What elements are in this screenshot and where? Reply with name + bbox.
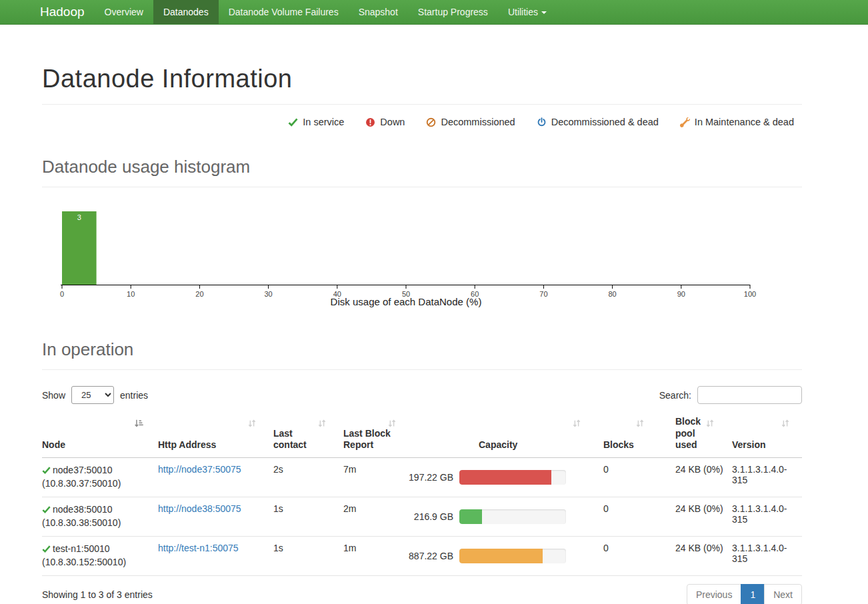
x-tick-label: 80 xyxy=(608,290,616,298)
legend-item-in-service: In service xyxy=(288,117,344,127)
capacity-bar xyxy=(459,549,566,563)
column-label: Http Address xyxy=(158,439,216,451)
search-control: Search: xyxy=(659,386,802,404)
wrench-icon xyxy=(680,117,690,127)
x-tick-label: 70 xyxy=(539,290,547,298)
check-icon xyxy=(288,117,298,127)
table-body: node37:50010(10.8.30.37:50010)http://nod… xyxy=(42,458,802,576)
column-header-last-contact[interactable]: Last contact xyxy=(269,416,339,457)
column-header-http-address[interactable]: Http Address xyxy=(155,416,269,457)
blocks-cell: 0 xyxy=(593,497,657,536)
exclamation-circle-icon xyxy=(365,117,375,127)
page-length-select[interactable]: 25 xyxy=(71,386,114,404)
column-header-capacity[interactable]: Capacity xyxy=(409,416,593,457)
sort-both-icon xyxy=(387,419,397,431)
check-icon xyxy=(42,545,51,553)
nav-item-utilities[interactable]: Utilities xyxy=(498,0,557,24)
capacity-bar xyxy=(459,470,566,485)
legend-label: Decommissioned xyxy=(441,117,515,127)
last-block-report-cell: 1m xyxy=(339,537,409,575)
histogram-svg: 30102030405060708090100Disk usage of eac… xyxy=(42,206,802,307)
column-header-version[interactable]: Version xyxy=(727,416,802,457)
histogram-divider xyxy=(42,187,802,187)
hadoop-brand[interactable]: Hadoop xyxy=(30,0,95,24)
blocks-cell: 0 xyxy=(593,537,657,575)
capacity-bar-fill xyxy=(459,549,543,563)
nav-item-datanodes[interactable]: Datanodes xyxy=(153,0,219,24)
node-ip: (10.8.30.38:50010) xyxy=(42,516,155,530)
block-pool-used-cell: 24 KB (0%) xyxy=(657,537,727,575)
node-http-link[interactable]: http://test-n1:50075 xyxy=(158,543,239,553)
version-cell: 3.1.1.3.1.4.0-315 xyxy=(727,458,802,497)
ban-circle-icon xyxy=(426,117,436,127)
capacity-value: 216.9 GB xyxy=(409,511,453,522)
http-address-cell: http://test-n1:50075 xyxy=(155,537,269,575)
node-ip: (10.8.30.152:50010) xyxy=(42,555,155,569)
column-header-block-pool-used[interactable]: Block pool used xyxy=(657,416,727,457)
capacity-value: 197.22 GB xyxy=(409,472,453,483)
column-header-node[interactable]: Node xyxy=(42,416,155,457)
page-button-1[interactable]: 1 xyxy=(741,584,765,604)
status-legend: In serviceDownDecommissionedDecommission… xyxy=(42,117,802,127)
nav-item-startup-progress[interactable]: Startup Progress xyxy=(408,0,498,24)
histogram-bar xyxy=(62,211,97,285)
power-icon xyxy=(537,117,547,127)
sort-both-icon xyxy=(317,419,327,431)
column-label: Block pool used xyxy=(675,416,701,451)
legend-label: In service xyxy=(303,117,344,127)
x-tick-label: 10 xyxy=(127,290,135,298)
node-cell: node38:50010(10.8.30.38:50010) xyxy=(42,497,155,536)
x-tick-label: 0 xyxy=(60,290,64,298)
last-contact-cell: 1s xyxy=(269,497,339,536)
node-http-link[interactable]: http://node38:50075 xyxy=(158,503,241,514)
x-tick-label: 90 xyxy=(677,290,685,298)
search-input[interactable] xyxy=(697,386,802,404)
legend-label: In Maintenance & dead xyxy=(695,117,794,127)
capacity-bar-fill xyxy=(459,509,482,524)
block-pool-used-cell: 24 KB (0%) xyxy=(657,497,727,536)
column-label: Last Block Report xyxy=(343,428,391,451)
nav-item-datanode-volume-failures[interactable]: Datanode Volume Failures xyxy=(219,0,349,24)
x-tick-label: 20 xyxy=(195,290,203,298)
node-name: test-n1:50010 xyxy=(53,543,110,555)
node-http-link[interactable]: http://node37:50075 xyxy=(158,464,241,475)
x-tick-label: 100 xyxy=(744,290,756,298)
table-info: Showing 1 to 3 of 3 entries xyxy=(42,589,153,600)
check-icon xyxy=(42,466,51,475)
sort-both-icon xyxy=(705,419,715,431)
last-contact-cell: 1s xyxy=(269,537,339,575)
datanode-table: NodeHttp AddressLast contactLast Block R… xyxy=(42,416,802,576)
table-header-row: NodeHttp AddressLast contactLast Block R… xyxy=(42,416,802,458)
last-block-report-cell: 7m xyxy=(339,458,409,497)
sort-both-icon xyxy=(635,419,645,431)
capacity-cell: 197.22 GB xyxy=(409,458,593,497)
column-label: Node xyxy=(42,439,65,451)
column-header-blocks[interactable]: Blocks xyxy=(593,416,657,457)
legend-label: Down xyxy=(380,117,405,127)
table-row: node37:50010(10.8.30.37:50010)http://nod… xyxy=(42,458,802,497)
sort-both-icon xyxy=(781,419,790,431)
histogram-section-title: Datanode usage histogram xyxy=(42,157,802,177)
legend-item-down: Down xyxy=(365,117,405,127)
entries-label: entries xyxy=(120,390,148,401)
caret-down-icon xyxy=(541,11,547,14)
previous-button[interactable]: Previous xyxy=(687,584,741,604)
column-label: Last contact xyxy=(273,428,307,451)
nav-item-overview[interactable]: Overview xyxy=(95,0,153,24)
title-divider xyxy=(42,104,802,105)
last-block-report-cell: 2m xyxy=(339,497,409,536)
nav-item-snapshot[interactable]: Snapshot xyxy=(349,0,408,24)
last-contact-cell: 2s xyxy=(269,458,339,497)
navbar-items: OverviewDatanodesDatanode Volume Failure… xyxy=(95,0,557,24)
page-length-control: Show 25 entries xyxy=(42,386,148,404)
column-header-last-block-report[interactable]: Last Block Report xyxy=(339,416,409,457)
check-icon xyxy=(42,505,51,514)
show-label: Show xyxy=(42,390,65,401)
page-title: Datanode Information xyxy=(42,65,802,93)
next-button[interactable]: Next xyxy=(764,584,802,604)
search-label: Search: xyxy=(659,390,691,401)
http-address-cell: http://node37:50075 xyxy=(155,458,269,497)
sort-both-icon xyxy=(572,419,581,431)
in-operation-title: In operation xyxy=(42,339,802,360)
column-label: Blocks xyxy=(603,439,634,451)
